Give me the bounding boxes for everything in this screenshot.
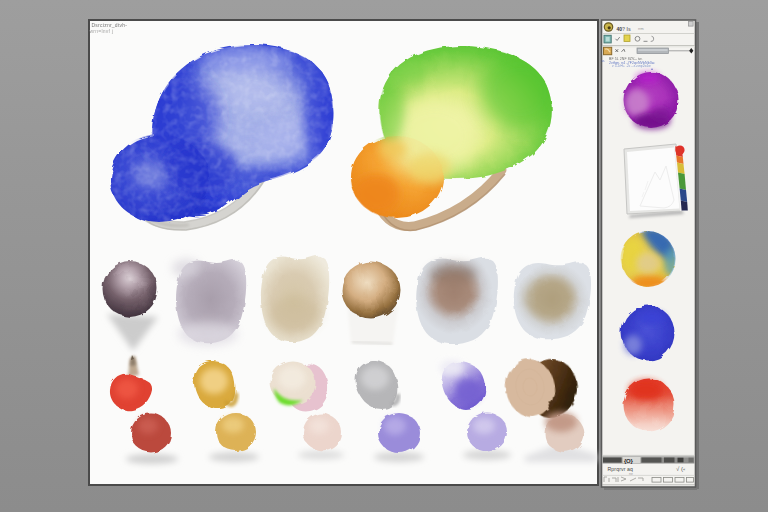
- svg-text:wrn=lnvf j: wrn=lnvf j: [90, 28, 114, 34]
- svg-text:{O}: {O}: [624, 458, 633, 464]
- svg-text:40? ls: 40? ls: [617, 26, 631, 32]
- svg-text:rrm: rrm: [638, 27, 644, 31]
- svg-text:√ («: √ («: [676, 466, 686, 472]
- svg-text:v 5.2rH+ .2c - z+snp2s4w: v 5.2rH+ .2c - z+snp2s4w: [612, 64, 651, 68]
- svg-text:ne: ne: [629, 472, 633, 476]
- svg-text:ss: ss: [602, 59, 606, 63]
